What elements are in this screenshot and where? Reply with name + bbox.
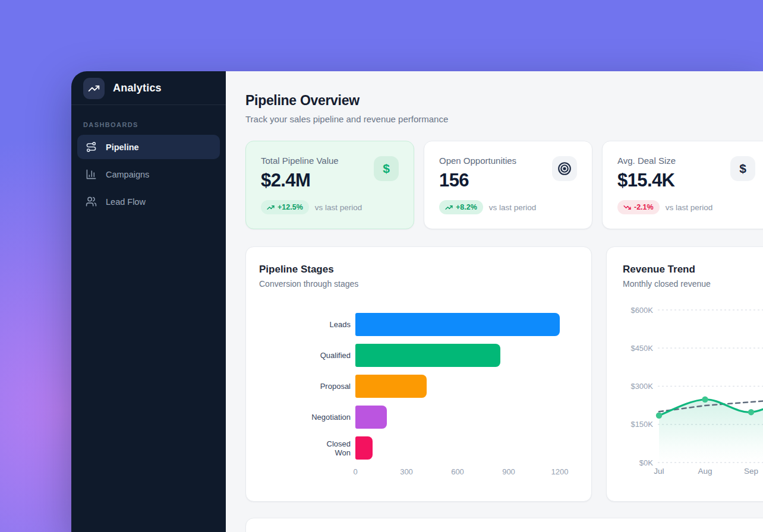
bar-track bbox=[355, 313, 578, 336]
kpi-delta-row: +8.2% vs last period bbox=[439, 200, 577, 214]
y-tick-label: $150K bbox=[630, 420, 653, 429]
sidebar-item-pipeline[interactable]: Pipeline bbox=[77, 135, 220, 159]
horizontal-bar-chart: LeadsQualifiedProposalNegotiationClosed … bbox=[259, 313, 578, 460]
bar-track bbox=[355, 406, 578, 429]
y-tick-label: $0K bbox=[639, 458, 653, 467]
revenue-point[interactable] bbox=[748, 409, 754, 415]
page-subtitle: Track your sales pipeline and revenue pe… bbox=[245, 113, 763, 125]
desktop-background: Analytics DASHBOARDS Pipeline Campaigns bbox=[0, 0, 763, 532]
x-tick-label: 300 bbox=[400, 467, 413, 476]
bar-category-label: Qualified bbox=[259, 351, 351, 360]
route-icon bbox=[86, 141, 97, 153]
sidebar-nav: Pipeline Campaigns Lead Flow bbox=[71, 135, 226, 214]
revenue-point[interactable] bbox=[702, 397, 708, 403]
bar-row: Negotiation bbox=[259, 406, 578, 429]
analytics-logo-icon bbox=[83, 78, 105, 99]
y-tick-label: $300K bbox=[630, 382, 653, 391]
bar-qualified[interactable] bbox=[355, 344, 500, 367]
sidebar-item-label: Campaigns bbox=[106, 170, 149, 179]
sidebar: Analytics DASHBOARDS Pipeline Campaigns bbox=[71, 71, 226, 532]
chart-subtitle: Conversion through stages bbox=[259, 279, 578, 289]
delta-value: -2.1% bbox=[634, 203, 654, 211]
bar-leads[interactable] bbox=[355, 313, 560, 336]
users-icon bbox=[86, 196, 97, 207]
chart-title: Pipeline Stages bbox=[259, 264, 578, 276]
charts-row: Pipeline Stages Conversion through stage… bbox=[245, 246, 763, 502]
compare-label: vs last period bbox=[666, 203, 713, 212]
kpi-delta-row: -2.1% vs last period bbox=[617, 200, 755, 214]
trending-up-icon bbox=[267, 204, 275, 211]
kpi-delta-row: +12.5% vs last period bbox=[261, 200, 399, 214]
app-window: Analytics DASHBOARDS Pipeline Campaigns bbox=[71, 71, 763, 532]
logo-row: Analytics bbox=[71, 71, 226, 105]
delta-badge: +8.2% bbox=[439, 200, 483, 214]
x-tick-label: Jul bbox=[654, 467, 664, 476]
target-circles bbox=[557, 161, 572, 176]
compare-label: vs last period bbox=[489, 203, 537, 212]
x-tick-label: 600 bbox=[451, 467, 464, 476]
bar-track bbox=[355, 436, 578, 460]
bar-negotiation[interactable] bbox=[355, 406, 387, 429]
x-tick-label: 900 bbox=[502, 467, 515, 476]
bar-category-label: Closed Won bbox=[259, 439, 351, 457]
x-tick-label: Aug bbox=[698, 467, 712, 476]
kpi-row: Total Pipeline Value $2.4M $ +12.5% vs l… bbox=[245, 141, 763, 229]
pipeline-stages-card: Pipeline Stages Conversion through stage… bbox=[245, 246, 592, 502]
dollar-glyph: $ bbox=[739, 162, 746, 176]
sidebar-item-label: Lead Flow bbox=[106, 197, 146, 207]
compare-label: vs last period bbox=[315, 203, 362, 212]
bar-category-label: Proposal bbox=[259, 382, 351, 391]
y-tick-label: $600K bbox=[630, 306, 653, 315]
dollar-icon: $ bbox=[730, 156, 755, 181]
line-chart: $600K$450K$300K$150K$0KJulAugSep bbox=[607, 247, 763, 502]
dollar-glyph: $ bbox=[383, 162, 390, 176]
sidebar-item-campaigns[interactable]: Campaigns bbox=[77, 162, 220, 186]
trending-down-icon bbox=[623, 204, 631, 211]
target-icon bbox=[552, 156, 577, 181]
bar-category-label: Leads bbox=[259, 320, 351, 329]
x-tick-label: 0 bbox=[353, 467, 357, 476]
delta-value: +8.2% bbox=[456, 203, 477, 211]
dollar-icon: $ bbox=[374, 156, 399, 181]
main-content: Pipeline Overview Track your sales pipel… bbox=[226, 71, 763, 532]
revenue-trend-card: Revenue Trend Monthly closed revenue $60… bbox=[606, 246, 763, 502]
delta-badge: -2.1% bbox=[617, 200, 660, 214]
bar-track bbox=[355, 375, 578, 398]
bottom-card-partial bbox=[245, 518, 763, 532]
bar-row: Leads bbox=[259, 313, 578, 336]
sidebar-section-label: DASHBOARDS bbox=[83, 121, 214, 128]
trending-up-icon bbox=[88, 83, 100, 94]
bar-chart-x-axis: 03006009001200 bbox=[355, 467, 578, 478]
bar-closed-won[interactable] bbox=[355, 436, 373, 460]
app-title: Analytics bbox=[113, 82, 162, 94]
kpi-card-avg-deal-size[interactable]: Avg. Deal Size $15.4K $ -2.1% vs last pe… bbox=[602, 141, 763, 229]
delta-badge: +12.5% bbox=[261, 200, 309, 214]
kpi-card-open-opportunities[interactable]: Open Opportunities 156 +8.2% vs last per… bbox=[424, 141, 592, 229]
page-title: Pipeline Overview bbox=[245, 93, 763, 108]
delta-value: +12.5% bbox=[278, 203, 303, 211]
bar-chart-icon bbox=[86, 169, 97, 180]
bar-row: Proposal bbox=[259, 375, 578, 398]
trending-up-icon bbox=[445, 204, 453, 211]
x-tick-label: Sep bbox=[744, 467, 758, 476]
bar-category-label: Negotiation bbox=[259, 413, 351, 422]
sidebar-item-lead-flow[interactable]: Lead Flow bbox=[77, 189, 220, 214]
bar-row: Closed Won bbox=[259, 436, 578, 460]
y-tick-label: $450K bbox=[630, 344, 653, 353]
kpi-card-total-pipeline-value[interactable]: Total Pipeline Value $2.4M $ +12.5% vs l… bbox=[245, 141, 414, 229]
bar-track bbox=[355, 344, 578, 367]
sidebar-item-label: Pipeline bbox=[106, 142, 139, 152]
bar-row: Qualified bbox=[259, 344, 578, 367]
x-tick-label: 1200 bbox=[551, 467, 569, 476]
bar-proposal[interactable] bbox=[355, 375, 427, 398]
revenue-point[interactable] bbox=[656, 413, 662, 419]
